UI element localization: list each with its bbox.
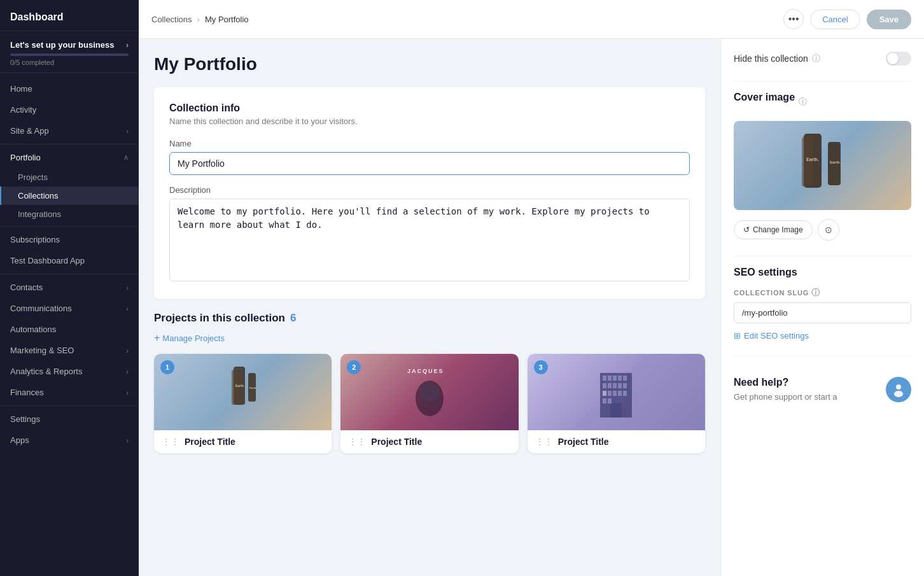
svg-rect-15 [608, 383, 612, 388]
sidebar-item-contacts[interactable]: Contacts › [0, 277, 139, 298]
description-label: Description [169, 185, 690, 195]
svg-point-33 [894, 391, 903, 397]
main-area: Collections › My Portfolio ••• Cancel Sa… [139, 0, 924, 576]
breadcrumb-parent[interactable]: Collections [151, 15, 192, 24]
sidebar-item-test-dashboard[interactable]: Test Dashboard App [0, 250, 139, 271]
sidebar-item-subscriptions[interactable]: Subscriptions [0, 229, 139, 250]
sidebar-item-analytics[interactable]: Analytics & Reports › [0, 361, 139, 382]
setup-section[interactable]: Let's set up your business › 0/5 complet… [0, 31, 139, 73]
sidebar-item-settings[interactable]: Settings [0, 409, 139, 430]
slug-label: COLLECTION SLUG ⓘ [734, 287, 911, 299]
toggle-knob [887, 53, 899, 64]
sidebar-item-home[interactable]: Home [0, 78, 139, 99]
svg-rect-14 [603, 383, 606, 388]
svg-text:Earth.: Earth. [235, 384, 245, 388]
need-help-text: Get phone support or start a [734, 392, 837, 402]
sidebar-item-finances[interactable]: Finances › [0, 382, 139, 403]
project-card-3[interactable]: 3 [528, 354, 705, 453]
cover-image-info-icon[interactable]: ⓘ [799, 96, 807, 108]
chevron-right-icon: › [126, 127, 129, 135]
drag-icon-3: ⋮⋮ [535, 437, 553, 447]
svg-rect-22 [618, 391, 622, 396]
project-image-2: 2 JACQUES [340, 354, 518, 430]
more-options-button[interactable]: ••• [783, 9, 804, 29]
chevron-right-icon-5: › [126, 368, 129, 376]
manage-projects-label: Manage Projects [162, 334, 225, 343]
refresh-icon: ↺ [743, 225, 750, 234]
cover-bottle-illustration: Earth. Earth. [785, 124, 861, 207]
edit-seo-link[interactable]: ⊞ Edit SEO settings [734, 331, 911, 341]
hide-collection-label-wrap: Hide this collection ⓘ [734, 53, 820, 64]
project-badge-2: 2 [347, 360, 361, 374]
projects-count: 6 [290, 312, 296, 325]
seo-title: SEO settings [734, 267, 911, 278]
cover-image-section: Cover image ⓘ Earth. Earth. ↺ Chan [734, 92, 911, 241]
sidebar: Dashboard Let's set up your business › 0… [0, 0, 139, 576]
svg-rect-12 [618, 376, 622, 381]
cover-image-container: Earth. Earth. [734, 121, 911, 210]
content-area: My Portfolio Collection info Name this c… [139, 39, 924, 576]
sidebar-item-site-app[interactable]: Site & App › [0, 120, 139, 141]
project-footer-2: ⋮⋮ Project Title [340, 430, 518, 453]
slug-input[interactable] [734, 302, 911, 323]
crop-image-button[interactable]: ⊙ [818, 219, 839, 241]
svg-text:JACQUES: JACQUES [407, 368, 444, 374]
sidebar-item-activity[interactable]: Activity [0, 99, 139, 120]
chevron-right-icon-7: › [126, 437, 129, 444]
setup-label: Let's set up your business › [10, 40, 129, 50]
right-panel: Hide this collection ⓘ Cover image ⓘ [720, 39, 924, 576]
project-name-3: Project Title [558, 437, 609, 447]
save-button[interactable]: Save [867, 10, 911, 29]
name-label: Name [169, 139, 690, 148]
hide-collection-row: Hide this collection ⓘ [734, 52, 911, 66]
center-panel: My Portfolio Collection info Name this c… [139, 39, 720, 576]
setup-progress-text: 0/5 completed [10, 59, 129, 66]
change-image-button[interactable]: ↺ Change Image [734, 220, 813, 239]
svg-text:Earth.: Earth. [806, 157, 819, 162]
sidebar-item-projects[interactable]: Projects [0, 168, 139, 186]
project-footer-3: ⋮⋮ Project Title [528, 430, 705, 453]
slug-info-icon[interactable]: ⓘ [811, 287, 820, 299]
topbar: Collections › My Portfolio ••• Cancel Sa… [139, 0, 924, 39]
building-illustration [587, 360, 645, 424]
hide-collection-label: Hide this collection [734, 53, 808, 64]
nav-divider-2 [0, 226, 139, 227]
chevron-right-icon-2: › [126, 284, 129, 292]
collection-description-textarea[interactable]: Welcome to my portfolio. Here you'll fin… [169, 199, 690, 281]
collection-info-card: Collection info Name this collection and… [154, 87, 705, 299]
crop-icon: ⊙ [825, 225, 832, 235]
hide-collection-info-icon[interactable]: ⓘ [812, 53, 820, 64]
collection-info-subtitle: Name this collection and describe it to … [169, 116, 690, 126]
projects-header: Projects in this collection 6 [154, 312, 705, 325]
chevron-down-icon: ∧ [123, 153, 129, 162]
svg-rect-28 [802, 137, 813, 186]
collection-name-input[interactable] [169, 152, 690, 175]
projects-grid: 1 Earth. Earth. ⋮⋮ Project Title [154, 354, 705, 453]
hide-collection-toggle[interactable] [886, 52, 911, 66]
sidebar-item-integrations[interactable]: Integrations [0, 205, 139, 223]
svg-point-32 [896, 384, 901, 390]
cancel-button[interactable]: Cancel [810, 10, 860, 29]
svg-rect-11 [613, 376, 617, 381]
nav-divider-4 [0, 405, 139, 406]
svg-rect-16 [613, 383, 617, 388]
project-card-1[interactable]: 1 Earth. Earth. ⋮⋮ Project Title [154, 354, 332, 453]
chevron-right-icon-6: › [126, 389, 129, 397]
section-divider-3 [734, 356, 911, 356]
sidebar-item-portfolio[interactable]: Portfolio ∧ [0, 147, 139, 168]
svg-rect-20 [608, 391, 612, 396]
manage-projects-link[interactable]: + Manage Projects [154, 332, 705, 344]
help-person-icon [891, 382, 906, 397]
svg-rect-21 [613, 391, 617, 396]
sidebar-item-apps[interactable]: Apps › [0, 430, 139, 451]
nav-divider [0, 144, 139, 144]
sidebar-item-communications[interactable]: Communications › [0, 298, 139, 319]
svg-rect-18 [623, 383, 627, 388]
sidebar-item-automations[interactable]: Automations [0, 319, 139, 340]
section-divider-2 [734, 256, 911, 256]
hide-collection-section: Hide this collection ⓘ [734, 52, 911, 66]
nav-divider-3 [0, 274, 139, 274]
sidebar-item-marketing-seo[interactable]: Marketing & SEO › [0, 340, 139, 361]
sidebar-item-collections[interactable]: Collections [0, 186, 139, 205]
project-card-2[interactable]: 2 JACQUES ⋮⋮ Project Title [340, 354, 518, 453]
